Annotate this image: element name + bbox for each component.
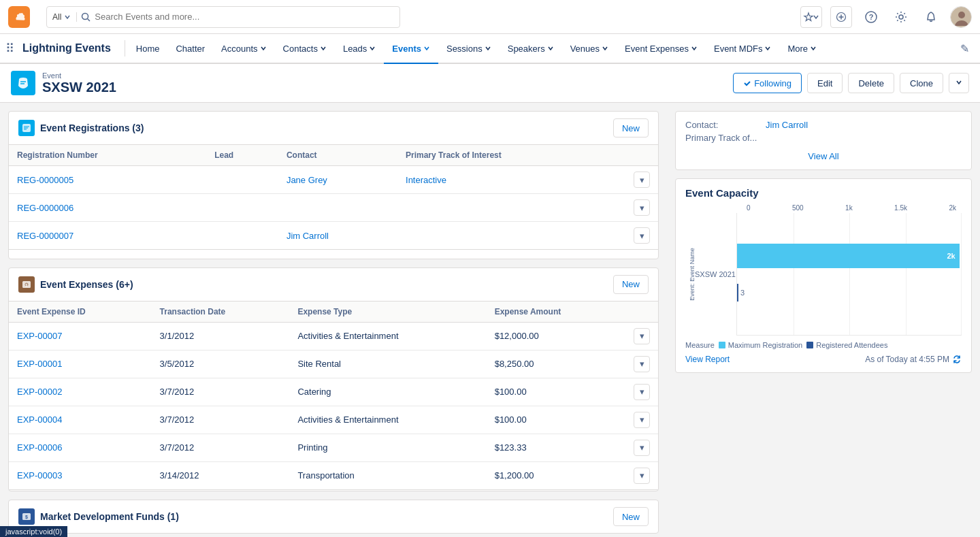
notifications-btn[interactable] <box>920 6 942 28</box>
leads-dropdown-icon <box>369 45 376 52</box>
exp-id-link-3[interactable]: EXP-00004 <box>17 414 63 425</box>
top-bar-icons: ? <box>800 6 972 28</box>
event-expenses-dropdown-icon <box>691 45 698 52</box>
nav-event-expenses[interactable]: Event Expenses <box>617 34 706 64</box>
detail-contact-link[interactable]: Jim Carroll <box>766 120 808 130</box>
dropdown-chevron-icon <box>955 78 963 86</box>
exp-amount-3: $100.00 <box>487 406 625 434</box>
search-bar[interactable]: All <box>46 6 400 28</box>
nav-speakers[interactable]: Speakers <box>500 34 562 64</box>
svg-text:$: $ <box>26 283 28 287</box>
search-scope[interactable]: All <box>52 12 77 22</box>
view-report-link[interactable]: View Report <box>685 355 730 364</box>
exp-id-link-0[interactable]: EXP-00007 <box>17 331 63 341</box>
right-panel: Contact: Jim Carroll Primary Track of...… <box>667 103 980 537</box>
expenses-new-button[interactable]: New <box>613 275 649 294</box>
add-btn[interactable] <box>830 6 852 28</box>
expenses-card-title-area: $ Event Expenses (6+) <box>18 276 133 293</box>
nav-more[interactable]: More <box>779 34 825 64</box>
exp-row-dropdown-5[interactable]: ▾ <box>634 468 650 484</box>
exp-id-link-5[interactable]: EXP-00003 <box>17 470 63 481</box>
exp-row-dropdown-4[interactable]: ▾ <box>634 440 650 456</box>
registrations-table: Registration Number Lead Contact Primary… <box>9 145 658 249</box>
sessions-dropdown-icon <box>485 45 491 52</box>
exp-row-dropdown-3[interactable]: ▾ <box>634 412 650 428</box>
exp-date-1: 3/5/2012 <box>152 350 290 378</box>
help-btn[interactable]: ? <box>860 6 882 28</box>
mdf-icon: $ <box>18 508 35 525</box>
exp-amount-5: $1,200.00 <box>487 461 625 489</box>
favorites-btn[interactable] <box>800 6 822 28</box>
chart-bar-registered-attendees <box>737 284 738 302</box>
exp-id-link-1[interactable]: EXP-00001 <box>17 359 63 369</box>
registrations-view-all[interactable]: View All <box>9 249 658 259</box>
reg-lead-0 <box>206 166 278 194</box>
status-bar: javascript:void(0) <box>0 526 67 537</box>
reg-row-dropdown-0[interactable]: ▾ <box>634 172 650 188</box>
detail-view-all[interactable]: View All <box>685 146 962 161</box>
delete-button[interactable]: Delete <box>848 73 894 93</box>
top-bar: All ? <box>0 0 980 34</box>
table-row: EXP-00007 3/1/2012 Activities & Entertai… <box>9 322 658 350</box>
mdf-new-button[interactable]: New <box>613 507 649 526</box>
exp-type-5: Transportation <box>289 461 486 489</box>
checkmark-icon <box>743 79 751 87</box>
exp-row-dropdown-1[interactable]: ▾ <box>634 356 650 372</box>
reg-id-link-2[interactable]: REG-0000007 <box>17 231 74 241</box>
reg-track-link-0[interactable]: Interactive <box>406 175 446 185</box>
reg-row-dropdown-1[interactable]: ▾ <box>634 199 650 216</box>
nav-contacts[interactable]: Contacts <box>275 34 335 64</box>
mdf-card-title-area: $ Market Development Funds (1) <box>18 508 179 525</box>
user-avatar[interactable] <box>950 6 972 28</box>
search-input[interactable] <box>95 12 394 22</box>
measure-label: Measure <box>685 341 715 349</box>
record-header-right: Following Edit Delete Clone <box>733 73 969 93</box>
nav-edit-icon[interactable]: ✎ <box>955 42 975 55</box>
nav-leads[interactable]: Leads <box>335 34 384 64</box>
nav-accounts[interactable]: Accounts <box>213 34 274 64</box>
nav-venues[interactable]: Venues <box>562 34 617 64</box>
venues-dropdown-icon <box>602 45 608 52</box>
follow-button[interactable]: Following <box>733 73 802 93</box>
nav-sessions[interactable]: Sessions <box>438 34 500 64</box>
reg-col-lead: Lead <box>206 145 278 166</box>
app-logo[interactable] <box>8 6 30 28</box>
table-row: EXP-00004 3/7/2012 Activities & Entertai… <box>9 406 658 434</box>
chart-x-labels: 0 500 1k 1.5k 2k <box>747 204 956 212</box>
reg-track-2 <box>397 222 625 250</box>
expenses-icon: $ <box>18 276 35 293</box>
record-actions-dropdown[interactable] <box>949 73 969 93</box>
record-icon <box>11 71 35 95</box>
exp-id-link-2[interactable]: EXP-00002 <box>17 387 63 397</box>
exp-row-dropdown-0[interactable]: ▾ <box>634 328 650 344</box>
svg-point-1 <box>82 13 88 19</box>
mdf-card-header: $ Market Development Funds (1) New <box>9 500 658 534</box>
refresh-icon[interactable] <box>952 355 962 364</box>
registrations-card: Event Registrations (3) New Registration… <box>8 111 659 259</box>
expenses-view-all[interactable]: View All <box>9 489 658 491</box>
svg-text:?: ? <box>869 13 874 21</box>
nav-home[interactable]: Home <box>128 34 168 64</box>
exp-row-dropdown-2[interactable]: ▾ <box>634 384 650 400</box>
svg-point-8 <box>899 15 903 19</box>
chart-section: Event Capacity 0 500 1k 1.5k 2k Event: E… <box>675 178 972 373</box>
edit-button[interactable]: Edit <box>807 73 843 93</box>
nav-chatter[interactable]: Chatter <box>167 34 213 64</box>
expenses-card-header: $ Event Expenses (6+) New <box>9 268 658 302</box>
reg-id-link-0[interactable]: REG-0000005 <box>17 175 74 185</box>
clone-button[interactable]: Clone <box>900 73 943 93</box>
reg-contact-link-0[interactable]: Jane Grey <box>287 175 327 185</box>
registrations-new-button[interactable]: New <box>613 118 649 137</box>
reg-row-dropdown-2[interactable]: ▾ <box>634 227 650 244</box>
settings-btn[interactable] <box>890 6 912 28</box>
detail-track-row: Primary Track of... <box>685 133 962 143</box>
app-grid-icon[interactable]: ⠿ <box>5 41 14 56</box>
exp-type-4: Printing <box>289 434 486 461</box>
reg-id-link-1[interactable]: REG-0000006 <box>17 203 74 213</box>
reg-contact-link-2[interactable]: Jim Carroll <box>287 231 329 241</box>
reg-lead-2 <box>206 222 278 250</box>
nav-event-mdfs[interactable]: Event MDFs <box>706 34 780 64</box>
events-dropdown-icon <box>423 45 430 52</box>
exp-id-link-4[interactable]: EXP-00006 <box>17 442 63 453</box>
nav-events[interactable]: Events <box>384 34 438 64</box>
